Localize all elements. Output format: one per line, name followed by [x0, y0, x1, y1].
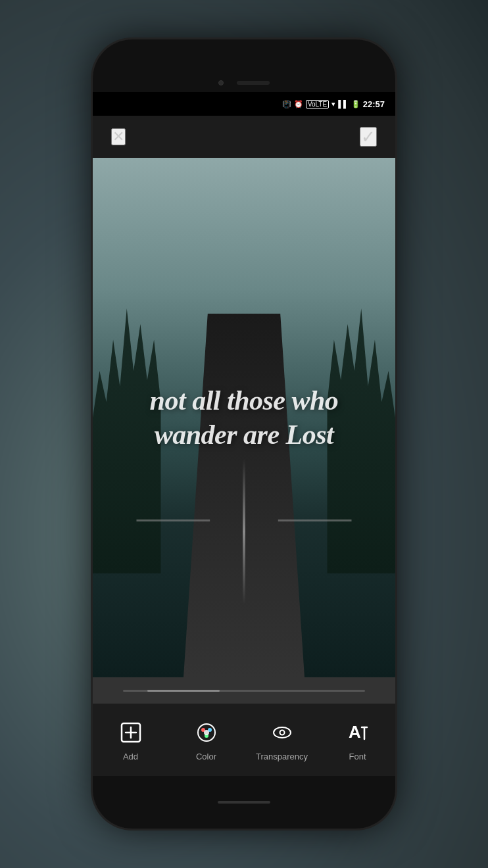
status-icons: 📳 ⏰ VoLTE ▾ ▌▌ 🔋 22:57: [282, 99, 385, 109]
font-icon: A: [344, 719, 372, 746]
font-label: Font: [349, 752, 366, 761]
svg-text:A: A: [349, 722, 361, 742]
font-icon-svg: A: [347, 722, 368, 743]
status-bar: 📳 ⏰ VoLTE ▾ ▌▌ 🔋 22:57: [93, 92, 395, 116]
clock: 22:57: [363, 99, 385, 109]
home-indicator: [218, 801, 270, 804]
camera-speaker-area: [218, 80, 270, 85]
add-icon-svg: [120, 722, 141, 743]
transparency-label: Transparency: [256, 752, 308, 761]
image-canvas: not all those who wander are Lost: [93, 158, 395, 677]
svg-point-7: [204, 730, 209, 735]
svg-point-10: [280, 731, 283, 734]
canvas-area[interactable]: not all those who wander are Lost: [93, 158, 395, 704]
wifi-icon: ▾: [331, 100, 335, 108]
alarm-icon: ⏰: [294, 100, 303, 108]
scroll-handle-area[interactable]: [93, 677, 395, 704]
vibrate-icon: 📳: [282, 100, 291, 108]
tool-add[interactable]: Add: [93, 719, 168, 761]
add-icon: [117, 719, 145, 746]
front-camera: [218, 80, 224, 85]
color-icon: [193, 719, 220, 746]
phone-device: 📳 ⏰ VoLTE ▾ ▌▌ 🔋 22:57 ✕ ✓: [93, 39, 395, 829]
tool-font[interactable]: A Font: [320, 719, 395, 761]
bottom-toolbar: Add Color: [93, 704, 395, 776]
tool-color[interactable]: Color: [168, 719, 244, 761]
volte-icon: VoLTE: [306, 100, 329, 108]
tool-transparency[interactable]: Transparency: [244, 719, 320, 761]
transparency-icon: [268, 719, 296, 746]
color-label: Color: [196, 752, 216, 761]
signal-icon: ▌▌: [338, 100, 349, 108]
close-button[interactable]: ✕: [111, 128, 126, 145]
top-toolbar: ✕ ✓: [93, 116, 395, 158]
phone-bottom-bezel: [93, 776, 395, 829]
phone-top-bezel: [93, 39, 395, 92]
color-icon-svg: [196, 722, 217, 743]
scroll-thumb[interactable]: [147, 690, 220, 692]
add-label: Add: [123, 752, 138, 761]
quote-text[interactable]: not all those who wander are Lost: [106, 383, 382, 452]
quote-overlay[interactable]: not all those who wander are Lost: [93, 158, 395, 677]
confirm-button[interactable]: ✓: [360, 127, 377, 147]
app-screen: ✕ ✓ not all those who wa: [93, 116, 395, 776]
transparency-icon-svg: [272, 722, 293, 743]
scroll-bar[interactable]: [123, 690, 365, 692]
earpiece-speaker: [237, 81, 270, 85]
battery-icon: 🔋: [351, 100, 360, 108]
